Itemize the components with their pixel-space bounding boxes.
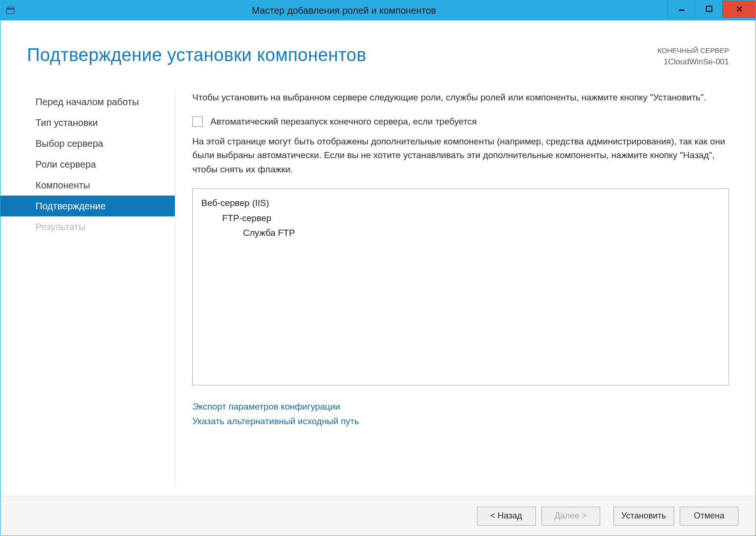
nav-installation-type[interactable]: Тип установки bbox=[0, 112, 175, 133]
nav-server-selection[interactable]: Выбор сервера bbox=[0, 133, 175, 154]
list-item: Служба FTP bbox=[201, 225, 720, 240]
install-button[interactable]: Установить bbox=[613, 507, 674, 526]
nav-features[interactable]: Компоненты bbox=[0, 175, 175, 196]
page-title: Подтверждение установки компонентов bbox=[27, 45, 366, 65]
next-button: Далее > bbox=[541, 507, 600, 526]
svg-rect-3 bbox=[706, 6, 712, 11]
destination-name: 1CloudWinSe-001 bbox=[657, 56, 729, 68]
minimize-button[interactable] bbox=[667, 0, 695, 18]
footer: < Назад Далее > Установить Отмена bbox=[0, 496, 756, 536]
cancel-button[interactable]: Отмена bbox=[680, 507, 738, 526]
wizard-sidebar: Перед началом работы Тип установки Выбор… bbox=[0, 77, 175, 496]
auto-restart-label: Автоматический перезапуск конечного серв… bbox=[210, 116, 477, 127]
info-text: На этой странице могут быть отображены д… bbox=[192, 134, 729, 176]
svg-rect-2 bbox=[679, 9, 684, 11]
selections-list[interactable]: Веб-сервер (IIS) FTP-сервер Служба FTP bbox=[192, 188, 729, 385]
auto-restart-row: Автоматический перезапуск конечного серв… bbox=[192, 116, 729, 127]
close-icon bbox=[736, 6, 743, 12]
nav-results: Результаты bbox=[0, 216, 175, 237]
close-button[interactable] bbox=[722, 0, 756, 18]
intro-text: Чтобы установить на выбранном сервере сл… bbox=[192, 90, 729, 104]
destination-label: КОНЕЧНЫЙ СЕРВЕР bbox=[657, 45, 729, 56]
app-icon bbox=[0, 0, 20, 20]
body-area: Перед началом работы Тип установки Выбор… bbox=[0, 77, 756, 496]
list-item: FTP-сервер bbox=[201, 211, 720, 225]
back-button[interactable]: < Назад bbox=[477, 507, 536, 526]
maximize-icon bbox=[706, 6, 712, 12]
nav-before-you-begin[interactable]: Перед началом работы bbox=[0, 91, 175, 112]
titlebar: Мастер добавления ролей и компонентов bbox=[0, 0, 756, 20]
list-item: Веб-сервер (IIS) bbox=[201, 196, 720, 210]
destination-server: КОНЕЧНЫЙ СЕРВЕР 1CloudWinSe-001 bbox=[657, 45, 729, 69]
links-area: Экспорт параметров конфигурации Указать … bbox=[192, 400, 729, 429]
wizard-window: Мастер добавления ролей и компонентов По… bbox=[0, 0, 756, 536]
content-area: Подтверждение установки компонентов КОНЕ… bbox=[0, 20, 756, 536]
window-title: Мастер добавления ролей и компонентов bbox=[20, 5, 667, 16]
maximize-button[interactable] bbox=[695, 0, 722, 18]
svg-rect-1 bbox=[7, 8, 14, 10]
minimize-icon bbox=[678, 6, 685, 12]
nav-confirmation[interactable]: Подтверждение bbox=[0, 196, 175, 216]
export-config-link[interactable]: Экспорт параметров конфигурации bbox=[192, 400, 729, 414]
page-header: Подтверждение установки компонентов КОНЕ… bbox=[0, 20, 756, 77]
alt-source-path-link[interactable]: Указать альтернативный исходный путь bbox=[192, 414, 729, 429]
main-panel: Чтобы установить на выбранном сервере сл… bbox=[175, 77, 756, 496]
nav-server-roles[interactable]: Роли сервера bbox=[0, 154, 175, 175]
window-controls bbox=[667, 0, 756, 20]
auto-restart-checkbox[interactable] bbox=[192, 116, 203, 127]
